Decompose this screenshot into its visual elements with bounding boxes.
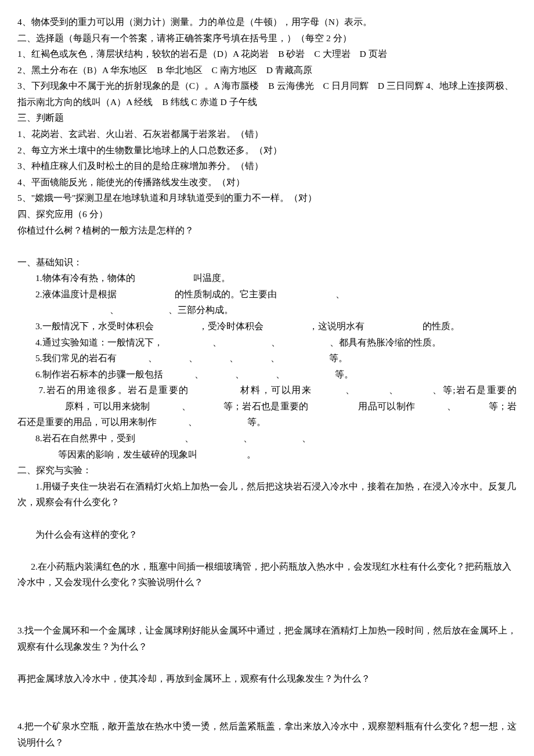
text: 原料，可以用来烧制 [65, 401, 150, 411]
text: 、 [243, 433, 252, 443]
text: 、 [188, 417, 197, 427]
text-line: 你植过什么树？植树的一般方法是怎样的？ [17, 222, 517, 239]
text-line: 4、物体受到的重力可以用（测力计）测量。力的单位是（牛顿），用字母（N）表示。 [17, 14, 517, 30]
text: 、 [270, 353, 280, 363]
text: 、 [194, 369, 204, 379]
text-line: 2、黑土分布在（B）A 华东地区 B 华北地区 C 南方地区 D 青藏高原 [17, 62, 517, 78]
text: 、 [229, 353, 239, 363]
text: 2.液体温度计是根据 [35, 289, 117, 299]
text: 、都具有热胀冷缩的性质。 [330, 337, 441, 347]
text-line: 3.找一个金属环和一个金属球，让金属球刚好能从金属环中通过，把金属球在酒精灯上加… [17, 622, 517, 654]
blank-line [17, 238, 517, 254]
text-line: 2.在小药瓶内装满红色的水，瓶塞中间插一根细玻璃管，把小药瓶放入热水中，会发现红… [17, 559, 517, 591]
text: 等。 [329, 353, 348, 363]
fill-blank-line: 1.物体有冷有热，物体的 叫温度。 [17, 270, 517, 286]
blank-line [17, 510, 517, 527]
section-title: 一、基础知识： [17, 254, 517, 271]
blank-line [17, 686, 517, 703]
text: 、三部分构成。 [168, 305, 233, 315]
blank-line [17, 606, 517, 622]
text: 8.岩石在自然界中，受到 [35, 433, 135, 443]
text: 、 [389, 385, 399, 395]
section-title: 四、探究应用（6 分） [17, 206, 517, 222]
text-line: 4.把一个矿泉水空瓶，敞开盖放在热水中烫一烫，然后盖紧瓶盖，拿出来放入冷水中，观… [17, 718, 517, 750]
text: 的性质。 [423, 321, 460, 331]
text-line: 2、每立方米土壤中的生物数量比地球上的人口总数还多。（对） [17, 142, 517, 159]
text: 4.通过实验知道：一般情况下， [35, 337, 163, 347]
text-line: 3、种植庄稼人们及时松土的目的是给庄稼增加养分。（错） [17, 158, 517, 174]
fill-blank-line: 等因素的影响，发生破碎的现象叫 。 [17, 447, 517, 463]
fill-blank-line: 2.液体温度计是根据 的性质制成的。它主要由 、 [17, 286, 517, 303]
text: 、 [276, 369, 285, 379]
text: 6.制作岩石标本的步骤一般包括 [35, 369, 163, 379]
text: 1.物体有冷有热，物体的 [35, 273, 135, 283]
fill-blank-line: 7.岩石的用途很多。岩石是重要的 材料，可以用来 、 、 、等;岩石是重要的 原… [17, 382, 517, 430]
text-line: 4、平面镜能反光，能使光的传播路线发生改变。（对） [17, 174, 517, 190]
text: 、 [212, 337, 222, 347]
text-line: 再把金属球放入冷水中，使其冷却，再放到金属环上，观察有什么现象发生？为什么？ [17, 671, 517, 687]
text: 材料，可以用来 [240, 385, 312, 395]
blank-line [17, 751, 517, 756]
text: 等因素的影响，发生破碎的现象叫 [58, 449, 197, 459]
fill-blank-line: 、 、三部分构成。 [17, 302, 517, 318]
fill-blank-line: 4.通过实验知道：一般情况下， 、 、 、都具有热胀冷缩的性质。 [17, 334, 517, 351]
text: 叫温度。 [193, 273, 230, 283]
text: 、 [189, 353, 198, 363]
text: ，受冷时体积会 [199, 321, 264, 331]
text: 、 [302, 433, 311, 443]
section-title: 二、选择题（每题只有一个答案，请将正确答案序号填在括号里，）（每空 2 分） [17, 30, 517, 46]
text: 的性质制成的。它主要由 [175, 289, 277, 299]
text-line: 1、花岗岩、玄武岩、火山岩、石灰岩都属于岩浆岩。（错） [17, 126, 517, 142]
text-line: 为什么会有这样的变化？ [17, 527, 517, 543]
text: 。 [247, 449, 256, 459]
blank-line [17, 703, 517, 719]
text: 、 [182, 401, 191, 411]
text: 7.岩石的用途很多。岩石是重要的 [38, 385, 189, 395]
text-line: 3、下列现象中不属于光的折射现象的是（C）。A 海市蜃楼 B 云海佛光 C 日月… [17, 78, 517, 110]
section-title: 二、探究与实验： [17, 462, 517, 478]
section-title: 三、判断题 [17, 110, 517, 126]
fill-blank-line: 3.一般情况下，水受时体积会 ，受冷时体积会 ，这说明水有 的性质。 [17, 318, 517, 334]
text: ，这说明水有 [309, 321, 365, 331]
text: 、 [335, 289, 345, 299]
blank-line [17, 591, 517, 607]
fill-blank-line: 6.制作岩石标本的步骤一般包括 、 、 、 等。 [17, 366, 517, 383]
text: 等；岩石也是重要的 [223, 401, 309, 411]
text: 用品可以制作 [358, 401, 415, 411]
fill-blank-line: 5.我们常见的岩石有 、 、 、 、 等。 [17, 350, 517, 366]
blank-line [17, 542, 517, 559]
text: 3.一般情况下，水受时体积会 [35, 321, 154, 331]
text: 、 [271, 337, 280, 347]
text: 、 [235, 369, 244, 379]
text-line: 1、红褐色或灰色，薄层状结构，较软的岩石是（D）A 花岗岩 B 砂岩 C 大理岩… [17, 46, 517, 62]
text-line: 1.用镊子夹住一块岩石在酒精灯火焰上加热一会儿，然后把这块岩石浸入冷水中，接着在… [17, 478, 517, 510]
text: 5.我们常见的岩石有 [35, 353, 117, 363]
text: 等。 [247, 417, 266, 427]
text: 、 [447, 401, 456, 411]
text: 、 [148, 353, 157, 363]
text-line: 5、"嫦娥一号"探测卫星在地球轨道和月球轨道受到的重力不一样。（对） [17, 190, 517, 206]
text: 、等;岩石是重要的 [432, 385, 517, 395]
text: 、 [110, 305, 119, 315]
text: 、 [185, 433, 194, 443]
fill-blank-line: 8.岩石在自然界中，受到 、 、 、 [17, 430, 517, 447]
text: 等。 [335, 369, 353, 379]
text: 、 [345, 385, 356, 395]
blank-line [17, 654, 517, 671]
